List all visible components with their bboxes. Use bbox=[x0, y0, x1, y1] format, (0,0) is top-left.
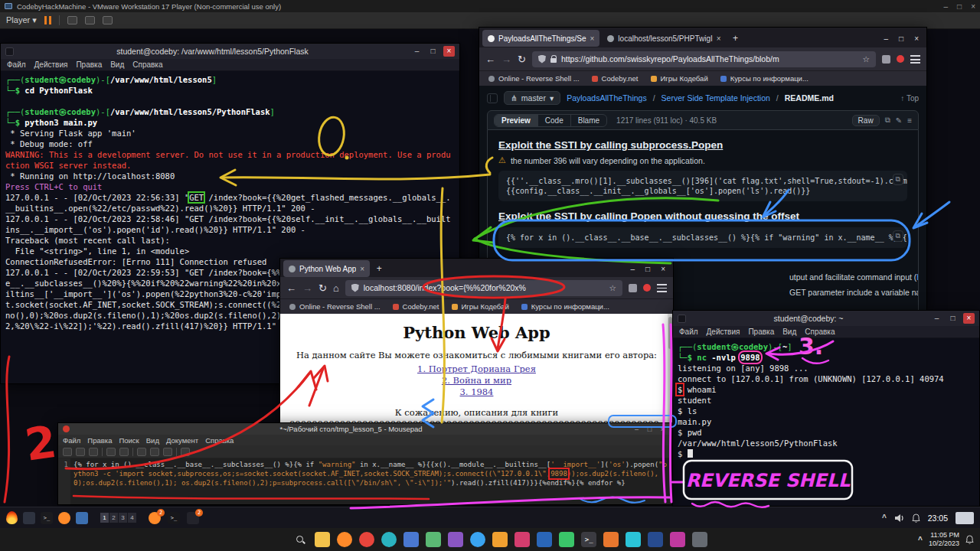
app-icon[interactable] bbox=[648, 532, 663, 547]
app-icon[interactable] bbox=[403, 532, 419, 547]
bookmark-item[interactable]: Online - Reverse Shell ... bbox=[289, 302, 381, 311]
menu-item[interactable]: Файл bbox=[679, 328, 698, 336]
launcher-flame-icon[interactable] bbox=[6, 511, 18, 524]
bookmark-item[interactable]: Курсы по информаци... bbox=[521, 302, 609, 311]
folder-icon[interactable] bbox=[315, 532, 330, 547]
edge-icon[interactable] bbox=[381, 532, 397, 547]
cut-icon[interactable] bbox=[137, 448, 146, 456]
player-menu[interactable]: Player ▾ bbox=[6, 15, 37, 25]
book-link[interactable]: 3. 1984 bbox=[289, 386, 664, 397]
twitter-link[interactable]: https://twitter.com/SecGus bbox=[916, 272, 919, 282]
app-icon[interactable] bbox=[359, 532, 374, 547]
view-tab[interactable]: Preview bbox=[495, 115, 538, 126]
firefox-icon[interactable] bbox=[58, 512, 70, 524]
readme-heading[interactable]: Exploit the SSTI by calling Popen withou… bbox=[498, 210, 907, 222]
menu-item[interactable]: Вид bbox=[110, 60, 124, 69]
extensions-icon[interactable] bbox=[629, 284, 637, 292]
view-tab[interactable]: Blame bbox=[571, 115, 606, 126]
menu-item[interactable]: Правка bbox=[748, 328, 774, 336]
new-tab-button[interactable]: + bbox=[729, 33, 743, 44]
back-button[interactable]: ← bbox=[485, 54, 495, 65]
menu-item[interactable]: Правка bbox=[76, 60, 102, 69]
forward-button[interactable]: → bbox=[501, 54, 511, 65]
app-icon[interactable] bbox=[23, 512, 35, 524]
app-icon[interactable] bbox=[559, 532, 574, 547]
url-bar[interactable]: localhost:8080/index?book={%%20for%20x% … bbox=[345, 280, 622, 296]
mousepad-editor[interactable]: 1 {% for x in ().__class__.__base__.__su… bbox=[58, 458, 671, 504]
terminal-titlebar[interactable]: student@codeby: ~ – □ × bbox=[673, 311, 979, 326]
readme-heading[interactable]: Exploit the SSTI by calling subprocess.P… bbox=[498, 139, 907, 151]
tray-expand-icon[interactable]: ^ bbox=[882, 514, 887, 522]
close-button[interactable]: × bbox=[914, 34, 919, 43]
copy-code-icon[interactable]: ⧉ bbox=[893, 174, 903, 185]
forward-button[interactable]: → bbox=[302, 282, 312, 294]
menu-item[interactable]: Вид bbox=[782, 328, 796, 336]
menu-item[interactable]: Действия bbox=[707, 328, 740, 336]
close-button[interactable]: × bbox=[971, 2, 975, 11]
app-icon[interactable] bbox=[603, 532, 619, 547]
reload-button[interactable]: ↻ bbox=[518, 54, 526, 65]
app-icon[interactable] bbox=[448, 532, 463, 547]
close-button[interactable]: × bbox=[963, 313, 975, 324]
bell-icon[interactable] bbox=[912, 514, 920, 523]
close-button[interactable]: × bbox=[443, 46, 455, 57]
menu-item[interactable]: Правка bbox=[87, 436, 112, 445]
app-icon[interactable] bbox=[514, 532, 530, 547]
terminal-icon[interactable]: >_ bbox=[168, 512, 180, 524]
view-tab[interactable]: Code bbox=[538, 115, 571, 126]
top-link[interactable]: ↑ Top bbox=[900, 94, 919, 103]
bookmark-star-icon[interactable]: ☆ bbox=[863, 54, 870, 64]
window-icon[interactable]: 2 bbox=[187, 512, 199, 524]
firefox-icon[interactable] bbox=[337, 532, 352, 547]
maximize-button[interactable]: □ bbox=[947, 313, 959, 324]
firefox-icon[interactable]: 2 bbox=[149, 512, 161, 524]
workspace[interactable]: 4 bbox=[128, 513, 136, 523]
files-icon[interactable] bbox=[76, 512, 88, 524]
workspace[interactable]: 3 bbox=[119, 513, 127, 523]
vmware-titlebar[interactable]: CodebyHackMachine - VMware Workstation 1… bbox=[0, 0, 980, 12]
maximize-button[interactable]: □ bbox=[645, 265, 650, 273]
notifications-bell-icon[interactable] bbox=[965, 535, 974, 544]
extension-icon[interactable] bbox=[643, 284, 651, 292]
tracking-shield-icon[interactable] bbox=[538, 55, 546, 64]
host-clock[interactable]: 11:05 PM 10/2/2023 bbox=[929, 531, 959, 548]
bookmark-item[interactable]: Codeby.net bbox=[592, 74, 639, 83]
minimize-button[interactable]: – bbox=[944, 2, 949, 11]
start-button[interactable] bbox=[273, 533, 286, 546]
menu-item[interactable]: Файл bbox=[63, 436, 80, 445]
menu-item[interactable]: Поиск bbox=[119, 436, 139, 445]
url-bar[interactable]: https://github.com/swisskyrepo/PayloadsA… bbox=[532, 51, 876, 67]
bookmark-star-icon[interactable]: ☆ bbox=[609, 283, 616, 292]
menu-item[interactable]: Справка bbox=[805, 328, 835, 336]
snapshot-icon[interactable] bbox=[85, 16, 95, 24]
maximize-button[interactable]: □ bbox=[899, 34, 903, 43]
back-button[interactable]: ← bbox=[286, 282, 296, 294]
maximize-button[interactable]: □ bbox=[645, 425, 654, 433]
menu-icon[interactable] bbox=[657, 284, 667, 292]
close-button[interactable]: × bbox=[658, 425, 667, 433]
menu-item[interactable]: Справка bbox=[132, 60, 162, 69]
mousepad-titlebar[interactable]: *~/Рабочий стол/tmp_lesson_5 - Mousepad … bbox=[58, 423, 671, 435]
edit-icon[interactable]: ✎ bbox=[896, 116, 902, 125]
open-file-icon[interactable] bbox=[76, 448, 85, 456]
save-icon[interactable] bbox=[89, 448, 98, 456]
minimize-button[interactable]: – bbox=[411, 46, 423, 57]
app-icon[interactable] bbox=[537, 532, 552, 547]
book-link[interactable]: 2. Война и мир bbox=[289, 375, 664, 386]
minimize-button[interactable]: – bbox=[884, 34, 889, 43]
extension-icon[interactable] bbox=[897, 55, 904, 63]
terminal-titlebar[interactable]: student@codeby: /var/www/html/lesson5/Py… bbox=[1, 44, 459, 59]
close-button[interactable]: × bbox=[661, 265, 665, 273]
tracking-shield-icon[interactable] bbox=[351, 284, 359, 292]
app-icon[interactable] bbox=[670, 532, 685, 547]
undo-icon[interactable] bbox=[106, 448, 116, 456]
tab-localhost-phptwig[interactable]: localhost/lesson5/PHPTwigI × bbox=[602, 30, 726, 47]
branch-selector[interactable]: ⋔ master ▾ bbox=[504, 91, 560, 105]
workspace[interactable]: 2 bbox=[109, 513, 118, 523]
menu-item[interactable]: Действия bbox=[34, 60, 68, 69]
breadcrumb-folder[interactable]: Server Side Template Injection bbox=[662, 93, 770, 103]
minimize-button[interactable]: – bbox=[931, 313, 942, 324]
payload-text[interactable]: {% for x in ().__class__.__base__.__subc… bbox=[70, 458, 671, 504]
terminal-icon[interactable]: >_ bbox=[581, 532, 596, 547]
tray-expand-icon[interactable]: ^ bbox=[918, 536, 923, 544]
